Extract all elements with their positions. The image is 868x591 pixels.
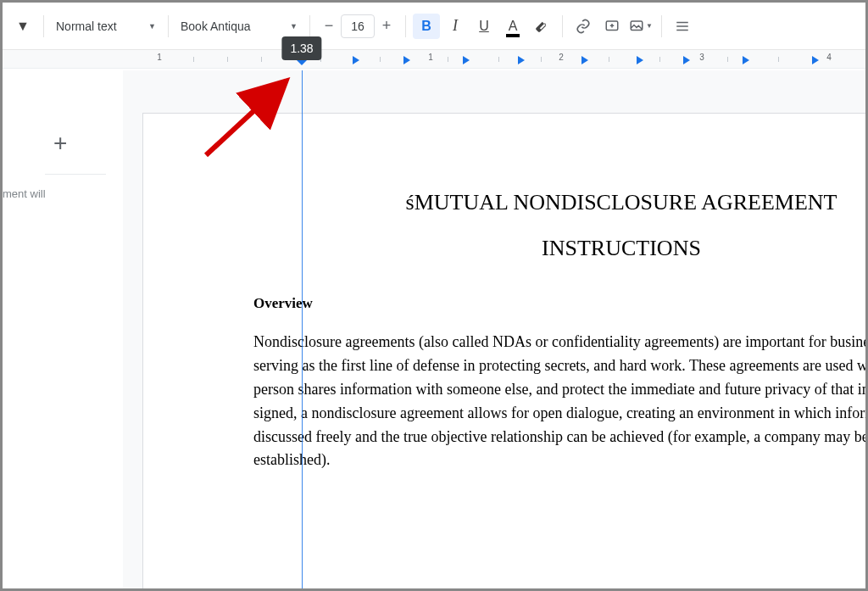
- outline-empty-text: ment will: [3, 187, 123, 202]
- toolbar: ▼ Normal text ▼ Book Antiqua ▼ − + B I U…: [3, 3, 865, 50]
- highlight-color-button[interactable]: [528, 14, 555, 39]
- tab-stop-icon[interactable]: [403, 56, 410, 64]
- svg-rect-4: [676, 21, 688, 23]
- ruler-track[interactable]: 1 1 2 3 4: [142, 50, 865, 68]
- tab-stop-icon[interactable]: [637, 56, 643, 64]
- font-family-dropdown[interactable]: Book Antiqua ▼: [175, 14, 303, 39]
- doc-paragraph[interactable]: Nondisclosure agreements (also called ND…: [253, 331, 865, 472]
- font-family-label: Book Antiqua: [181, 20, 251, 33]
- insert-link-button[interactable]: [570, 14, 597, 39]
- separator: [562, 15, 563, 37]
- svg-rect-5: [676, 25, 688, 27]
- add-outline-button[interactable]: +: [3, 70, 123, 165]
- chevron-down-icon: ▼: [148, 22, 156, 31]
- paragraph-style-label: Normal text: [56, 20, 117, 33]
- decrease-font-size-button[interactable]: −: [317, 14, 341, 38]
- left-margin-guide: [302, 70, 303, 588]
- font-size-group: − +: [317, 14, 398, 38]
- chevron-down-icon: ▼: [646, 22, 653, 30]
- align-lines-icon: [675, 19, 690, 34]
- tab-stop-icon[interactable]: [463, 56, 470, 64]
- ruler[interactable]: 1 1 2 3 4: [3, 50, 865, 69]
- ruler-number: 1: [157, 53, 162, 62]
- tab-stop-icon[interactable]: [812, 56, 819, 64]
- link-icon: [575, 18, 592, 35]
- separator: [309, 15, 310, 37]
- chevron-down-icon: ▼: [290, 22, 298, 31]
- ruler-number: 3: [699, 53, 704, 62]
- add-comment-button[interactable]: [598, 14, 626, 39]
- ruler-number: 2: [559, 53, 564, 62]
- font-size-input[interactable]: [341, 14, 375, 38]
- underline-button[interactable]: U: [470, 14, 498, 39]
- image-icon: [629, 19, 644, 34]
- ruler-number: 1: [428, 53, 433, 62]
- tab-stop-icon[interactable]: [353, 56, 359, 64]
- increase-font-size-button[interactable]: +: [375, 14, 398, 38]
- document-page[interactable]: śMUTUAL NONDISCLOSURE AGREEMENT INSTRUCT…: [142, 113, 865, 588]
- indent-tooltip: 1.38: [281, 36, 321, 60]
- separator: [661, 15, 662, 37]
- separator: [43, 15, 44, 37]
- doc-heading-overview[interactable]: Overview: [253, 295, 865, 312]
- svg-rect-6: [676, 29, 688, 31]
- doc-subtitle[interactable]: INSTRUCTIONS: [253, 236, 865, 261]
- tab-stop-icon[interactable]: [743, 56, 749, 64]
- highlighter-icon: [534, 19, 549, 34]
- toolbar-more-left[interactable]: ▼: [9, 14, 36, 39]
- separator: [168, 15, 169, 37]
- align-menu-button[interactable]: [669, 14, 696, 39]
- doc-title[interactable]: śMUTUAL NONDISCLOSURE AGREEMENT: [253, 190, 865, 215]
- document-outline-panel: + ment will: [3, 70, 123, 588]
- editor-area: + ment will śMUTUAL NONDISCLOSURE AGREEM…: [3, 70, 865, 588]
- paragraph-style-dropdown[interactable]: Normal text ▼: [51, 14, 161, 39]
- comment-plus-icon: [604, 19, 620, 34]
- text-color-button[interactable]: A: [499, 14, 526, 39]
- tab-stop-icon[interactable]: [683, 56, 690, 64]
- tab-stop-icon[interactable]: [518, 56, 525, 64]
- italic-button[interactable]: I: [442, 14, 469, 39]
- outline-divider: [45, 174, 106, 175]
- insert-image-button[interactable]: ▼: [627, 14, 654, 39]
- tab-stop-icon[interactable]: [581, 56, 588, 64]
- ruler-number: 4: [826, 53, 832, 62]
- separator: [405, 15, 406, 37]
- bold-button[interactable]: B: [413, 14, 440, 39]
